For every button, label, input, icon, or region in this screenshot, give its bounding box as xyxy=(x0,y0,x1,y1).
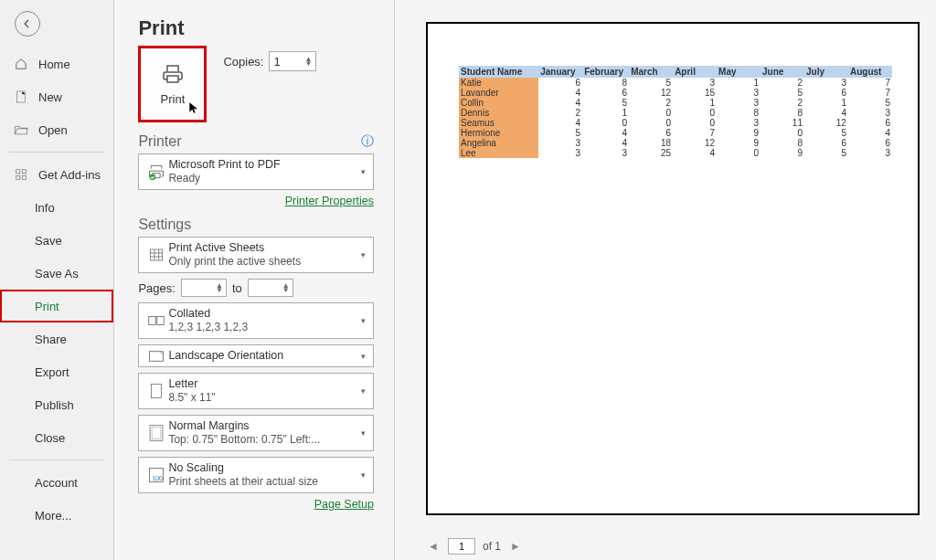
chevron-down-icon: ▾ xyxy=(359,352,367,361)
table-header: June xyxy=(760,66,804,78)
data-cell: 5 xyxy=(848,98,892,108)
sidebar-item-export[interactable]: Export xyxy=(0,355,113,388)
spinner-icon[interactable]: ▲▼ xyxy=(305,57,313,66)
print-button[interactable]: Print xyxy=(138,46,207,122)
scaling-dropdown[interactable]: 100 No Scaling Print sheets at their act… xyxy=(138,457,374,493)
sidebar-item-home[interactable]: Home xyxy=(0,48,113,80)
data-cell: 0 xyxy=(673,118,717,128)
pages-to-label: to xyxy=(232,281,242,295)
print-preview-pane: Student NameJanuaryFebruaryMarchAprilMay… xyxy=(395,0,936,560)
data-cell: 0 xyxy=(673,108,717,118)
margins-dropdown[interactable]: Normal Margins Top: 0.75" Bottom: 0.75" … xyxy=(138,415,374,451)
data-cell: 4 xyxy=(582,128,629,138)
collate-dropdown[interactable]: Collated 1,2,3 1,2,3 1,2,3 ▾ xyxy=(138,302,374,339)
table-row: Lee332540953 xyxy=(459,148,892,158)
paper-size-dropdown[interactable]: Letter 8.5" x 11" ▾ xyxy=(138,373,374,409)
preview-table: Student NameJanuaryFebruaryMarchAprilMay… xyxy=(459,66,892,158)
sidebar-item-label: More... xyxy=(35,509,71,523)
page-icon xyxy=(144,383,168,399)
table-header: May xyxy=(717,66,760,78)
table-row: Dennis21008843 xyxy=(459,108,892,118)
data-cell: 5 xyxy=(804,148,848,158)
print-what-dropdown[interactable]: Print Active Sheets Only print the activ… xyxy=(138,237,374,273)
sidebar-item-save[interactable]: Save xyxy=(0,224,113,257)
next-page-button[interactable]: ► xyxy=(508,540,523,553)
sheets-icon xyxy=(144,248,168,262)
chevron-down-icon: ▾ xyxy=(359,386,367,396)
student-name-cell: Lavander xyxy=(459,88,538,98)
copies-input[interactable]: 1 ▲▼ xyxy=(269,51,316,71)
sidebar-item-account[interactable]: Account xyxy=(0,466,113,499)
spinner-icon: ▲▼ xyxy=(216,283,223,292)
data-cell: 0 xyxy=(629,118,673,128)
data-cell: 3 xyxy=(717,98,760,108)
data-cell: 5 xyxy=(538,128,582,138)
sidebar-item-publish[interactable]: Publish xyxy=(0,388,113,421)
printer-section-header: Printer ⓘ xyxy=(138,133,374,150)
data-cell: 6 xyxy=(629,128,673,138)
page-number-input[interactable] xyxy=(448,538,475,555)
data-cell: 6 xyxy=(538,78,582,88)
home-icon xyxy=(13,58,29,70)
data-cell: 3 xyxy=(538,148,582,158)
printer-dropdown[interactable]: Microsoft Print to PDF Ready ▾ xyxy=(138,153,374,190)
data-cell: 15 xyxy=(673,88,717,98)
data-cell: 1 xyxy=(717,78,760,88)
print-button-label: Print xyxy=(161,92,186,106)
page-setup-link[interactable]: Page Setup xyxy=(314,498,374,511)
data-cell: 4 xyxy=(673,148,717,158)
sidebar-item-info[interactable]: Info xyxy=(0,191,113,224)
data-cell: 9 xyxy=(760,148,804,158)
student-name-cell: Lee xyxy=(459,148,538,158)
data-cell: 0 xyxy=(760,128,804,138)
sidebar-item-label: Publish xyxy=(35,398,74,412)
orientation-dropdown[interactable]: Landscape Orientation ▾ xyxy=(138,344,374,367)
sidebar-item-label: Export xyxy=(35,365,69,379)
data-cell: 8 xyxy=(717,108,760,118)
svg-rect-7 xyxy=(149,317,156,325)
prev-page-button[interactable]: ◄ xyxy=(426,540,441,553)
chevron-down-icon: ▾ xyxy=(359,316,367,325)
svg-rect-9 xyxy=(150,351,164,361)
scaling-icon: 100 xyxy=(144,467,168,483)
data-cell: 9 xyxy=(717,128,760,138)
open-icon xyxy=(13,124,29,135)
sidebar-item-label: Get Add-ins xyxy=(38,168,101,182)
pages-from-input[interactable]: ▲▼ xyxy=(181,279,227,297)
printer-name: Microsoft Print to PDF xyxy=(168,158,359,172)
sidebar-item-new[interactable]: New xyxy=(0,80,113,113)
printer-status-icon xyxy=(144,163,168,181)
table-header: Student Name xyxy=(459,66,538,78)
cursor-icon xyxy=(187,100,200,116)
sidebar-item-share[interactable]: Share xyxy=(0,322,113,355)
pages-to-input[interactable]: ▲▼ xyxy=(248,279,293,297)
sidebar-item-close[interactable]: Close xyxy=(0,421,113,454)
data-cell: 4 xyxy=(538,88,582,98)
copies-label: Copies: xyxy=(223,55,263,69)
data-cell: 3 xyxy=(538,138,582,148)
sidebar-item-print[interactable]: Print xyxy=(0,290,113,322)
data-cell: 1 xyxy=(804,98,848,108)
sidebar-item-save-as[interactable]: Save As xyxy=(0,257,113,290)
printer-properties-link[interactable]: Printer Properties xyxy=(285,195,374,207)
svg-rect-8 xyxy=(157,317,165,325)
printer-status: Ready xyxy=(168,172,359,185)
sidebar-item-label: Save As xyxy=(35,267,79,280)
info-icon[interactable]: ⓘ xyxy=(361,133,374,150)
data-cell: 12 xyxy=(804,118,848,128)
sidebar-item-more[interactable]: More... xyxy=(0,499,113,532)
back-button[interactable] xyxy=(15,11,40,37)
sidebar-item-get-addins[interactable]: Get Add-ins xyxy=(0,158,113,191)
data-cell: 3 xyxy=(717,118,760,128)
data-cell: 4 xyxy=(848,128,892,138)
data-cell: 3 xyxy=(582,148,629,158)
data-cell: 0 xyxy=(582,118,629,128)
copies-value: 1 xyxy=(273,55,280,69)
table-header: July xyxy=(804,66,848,78)
sidebar-item-label: Account xyxy=(35,476,78,490)
page-title: Print xyxy=(138,16,374,40)
sidebar-item-open[interactable]: Open xyxy=(0,113,113,146)
svg-text:100: 100 xyxy=(153,475,164,481)
data-cell: 11 xyxy=(760,118,804,128)
printer-icon xyxy=(160,63,186,85)
